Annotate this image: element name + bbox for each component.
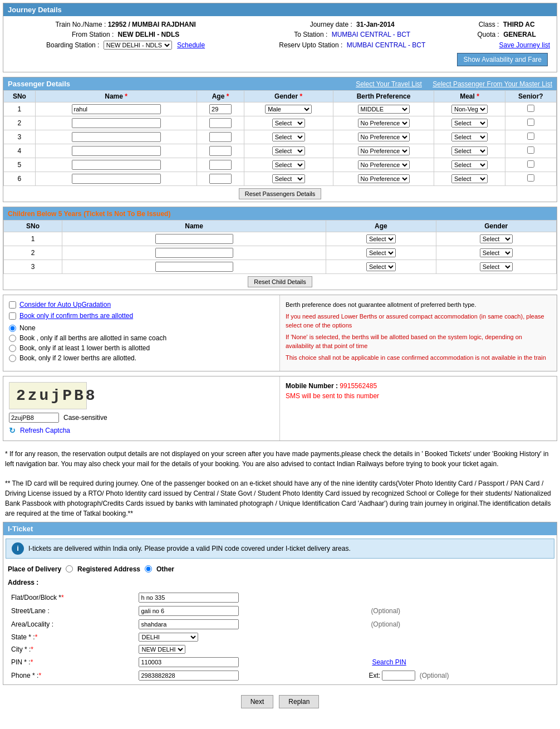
radio-two-lower[interactable] — [9, 355, 16, 362]
child-name-2[interactable] — [155, 248, 233, 258]
radio-none-label: None — [19, 324, 36, 332]
child-age-3[interactable]: Select1234 — [366, 262, 396, 271]
passenger-berth-3[interactable]: No PreferenceLOWERMIDDLEUPPER — [358, 133, 410, 141]
child-gender-3[interactable]: SelectMaleFemale — [480, 262, 513, 271]
phone-input[interactable] — [139, 671, 239, 681]
passenger-meal-2[interactable]: SelectNon-VegVeg — [451, 119, 488, 128]
option-info-1: Berth preference does not guarantee allo… — [286, 301, 551, 309]
child-gender-1[interactable]: SelectMaleFemale — [480, 234, 513, 243]
child-col-name: Name — [62, 221, 326, 232]
passenger-name-2[interactable] — [72, 118, 161, 128]
refresh-captcha-link[interactable]: Refresh Captcha — [20, 427, 70, 434]
select-travel-list-link[interactable]: Select Your Travel List — [356, 80, 422, 88]
radio-one-lower[interactable] — [9, 345, 16, 352]
passenger-senior-3[interactable] — [527, 133, 534, 140]
passenger-name-4[interactable] — [72, 146, 161, 156]
passenger-gender-4[interactable]: SelectMaleFemale — [272, 146, 305, 155]
reset-child-button[interactable]: Reset Child Details — [248, 276, 312, 287]
passenger-name-5[interactable] — [72, 160, 161, 170]
child-name-3[interactable] — [155, 262, 233, 272]
radio-same-coach-label: Book , only if all berths are allotted i… — [19, 334, 166, 342]
delivery-radio-other[interactable] — [145, 565, 152, 573]
col-gender: Gender * — [244, 91, 333, 102]
city-select[interactable]: NEW DELHI MUMBAI — [139, 645, 185, 654]
delivery-radio-registered[interactable] — [66, 565, 73, 573]
passenger-gender-5[interactable]: SelectMaleFemale — [272, 160, 305, 169]
flat-input[interactable] — [139, 593, 239, 603]
passenger-sno-5: 5 — [4, 158, 36, 172]
children-header: Children Below 5 Years (Ticket Is Not To… — [3, 207, 557, 220]
radio-two-lower-label: Book, only if 2 lower berths are allotte… — [19, 354, 136, 362]
option-info-3: If 'None' is selected, the berths will b… — [286, 333, 551, 350]
reserv-value: MUMBAI CENTRAL - BCT — [347, 41, 426, 49]
passenger-gender-1[interactable]: MaleFemaleTransgender — [265, 105, 312, 114]
passenger-berth-4[interactable]: No PreferenceLOWERMIDDLEUPPER — [358, 146, 410, 155]
passenger-age-6[interactable] — [209, 174, 232, 184]
radio-same-coach[interactable] — [9, 335, 16, 342]
search-pin-link[interactable]: Search PIN — [372, 658, 406, 666]
option-info-4: This choice shall not be applicable in c… — [286, 354, 551, 362]
passenger-gender-3[interactable]: SelectMaleFemale — [272, 133, 305, 141]
next-button[interactable]: Next — [241, 695, 274, 708]
street-input[interactable] — [139, 606, 239, 616]
captcha-input[interactable] — [9, 413, 59, 423]
auto-upgrade-label[interactable]: Consider for Auto UpGradation — [19, 301, 111, 309]
journey-date-value: 31-Jan-2014 — [356, 21, 395, 28]
passenger-name-6[interactable] — [72, 174, 161, 184]
select-master-list-link[interactable]: Select Passenger From Your Master List — [433, 80, 552, 88]
child-col-age: Age — [326, 221, 436, 232]
child-name-1[interactable] — [155, 234, 233, 244]
state-select[interactable]: DELHI MAHARASHTRA KARNATAKA — [139, 633, 198, 642]
passenger-berth-5[interactable]: No PreferenceLOWERMIDDLEUPPER — [358, 160, 410, 169]
pin-input[interactable] — [139, 657, 239, 667]
show-availability-button[interactable]: Show Availability and Fare — [457, 53, 548, 66]
passenger-berth-2[interactable]: No PreferenceLOWERMIDDLEUPPERSIDE LOWERS… — [358, 119, 410, 128]
passenger-age-4[interactable] — [209, 146, 232, 156]
passenger-senior-2[interactable] — [527, 119, 534, 126]
ext-label: Ext: — [369, 672, 380, 679]
state-label: State * : — [11, 633, 35, 641]
passenger-meal-4[interactable]: SelectNon-VegVeg — [451, 146, 488, 155]
passenger-senior-6[interactable] — [527, 174, 534, 182]
pin-label: PIN * : — [11, 658, 31, 666]
radio-none[interactable] — [9, 325, 16, 332]
radio-one-lower-label: Book, only if at least 1 lower berth is … — [19, 344, 150, 352]
passenger-meal-1[interactable]: SelectNon-VegVeg — [451, 105, 488, 114]
passenger-berth-1[interactable]: No PreferenceLOWERMIDDLEUPPERSIDE LOWERS… — [358, 105, 410, 114]
replan-button[interactable]: Replan — [279, 695, 319, 708]
journey-header: Journey Details — [3, 3, 557, 16]
mobile-value: 9915562485 — [340, 382, 377, 390]
confirm-berths-label[interactable]: Book only if confirm berths are allotted — [19, 312, 133, 320]
passenger-meal-3[interactable]: SelectNon-VegVeg — [451, 133, 488, 141]
passenger-age-2[interactable] — [209, 118, 232, 128]
quota-value: GENERAL — [503, 31, 536, 38]
passenger-senior-4[interactable] — [527, 146, 534, 154]
passenger-age-5[interactable] — [209, 160, 232, 170]
boarding-select[interactable]: NEW DELHI - NDLS — [104, 41, 172, 50]
passenger-meal-5[interactable]: SelectNon-VegVeg — [451, 160, 488, 169]
auto-upgrade-checkbox[interactable] — [9, 301, 16, 309]
passenger-name-1[interactable] — [72, 104, 161, 114]
passenger-gender-6[interactable]: SelectMaleFemale — [272, 174, 305, 183]
reset-passengers-button[interactable]: Reset Passengers Details — [239, 188, 322, 199]
area-input[interactable] — [139, 619, 239, 629]
passenger-meal-6[interactable]: SelectNon-VegVeg — [451, 174, 488, 183]
passenger-senior-1[interactable] — [527, 105, 534, 112]
save-journey-link[interactable]: Save Journey list — [499, 41, 550, 49]
child-age-1[interactable]: Select1234 — [366, 234, 396, 243]
child-gender-2[interactable]: SelectMaleFemale — [480, 248, 513, 257]
passenger-sno-1: 1 — [4, 102, 36, 116]
phone-optional: (Optional) — [420, 672, 449, 679]
confirm-berths-checkbox[interactable] — [9, 312, 16, 320]
passenger-senior-5[interactable] — [527, 160, 534, 168]
phone-label: Phone * : — [11, 672, 38, 679]
child-age-2[interactable]: Select1234 — [366, 248, 396, 257]
ext-input[interactable] — [382, 671, 415, 681]
passenger-age-3[interactable] — [209, 132, 232, 142]
schedule-link[interactable]: Schedule — [177, 41, 205, 49]
passenger-berth-6[interactable]: No PreferenceLOWERMIDDLEUPPER — [358, 174, 410, 183]
passenger-age-1[interactable] — [209, 104, 232, 114]
passenger-gender-2[interactable]: SelectMaleFemale — [272, 119, 305, 128]
passenger-name-3[interactable] — [72, 132, 161, 142]
passenger-sno-6: 6 — [4, 172, 36, 186]
